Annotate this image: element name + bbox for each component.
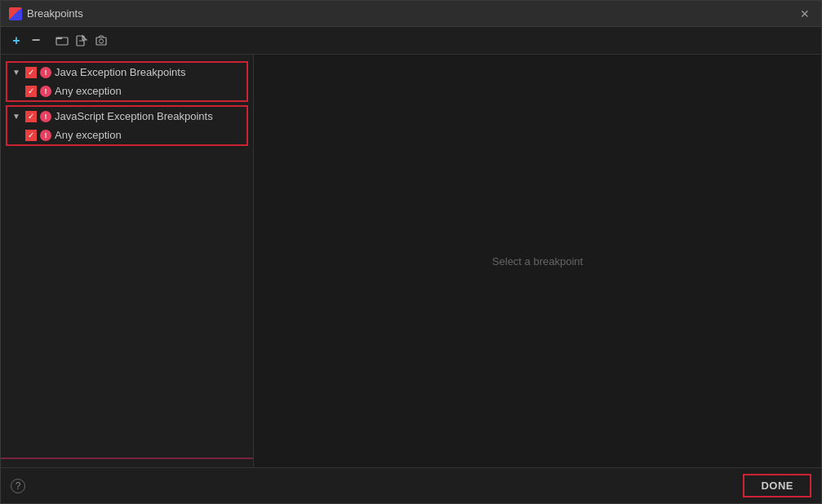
js-group-row[interactable]: ▼ JavaScript Exception Breakpoints	[7, 107, 247, 126]
left-panel: ▼ Java Exception Breakpoints Any excepti…	[1, 55, 254, 467]
js-any-exception-icon	[40, 130, 51, 141]
svg-point-4	[100, 39, 104, 43]
js-chevron: ▼	[12, 112, 22, 121]
js-any-exception-label: Any exception	[55, 129, 122, 141]
js-group: ▼ JavaScript Exception Breakpoints Any e…	[6, 105, 248, 146]
content-area: ▼ Java Exception Breakpoints Any excepti…	[1, 55, 821, 467]
js-any-checkbox[interactable]	[25, 130, 37, 141]
add-breakpoint-button[interactable]: +	[7, 32, 25, 50]
dialog-title: Breakpoints	[27, 7, 83, 20]
java-any-exception-icon	[40, 86, 51, 97]
remove-breakpoint-button[interactable]: −	[27, 32, 45, 50]
title-bar-left: Breakpoints	[9, 7, 83, 20]
footer: ? DONE	[1, 467, 821, 503]
js-group-checkbox[interactable]	[25, 111, 37, 122]
toolbar: + −	[1, 27, 821, 55]
java-any-exception-label: Any exception	[55, 85, 122, 97]
js-exception-icon	[40, 111, 51, 122]
breakpoints-title-icon	[9, 7, 22, 20]
java-any-checkbox[interactable]	[25, 86, 37, 97]
js-any-exception-row[interactable]: Any exception	[7, 126, 247, 144]
title-bar: Breakpoints ✕	[1, 1, 821, 27]
svg-rect-3	[96, 38, 106, 45]
select-breakpoint-placeholder: Select a breakpoint	[492, 255, 583, 267]
java-group-checkbox[interactable]	[25, 67, 37, 78]
done-button[interactable]: DONE	[743, 474, 811, 497]
js-group-label: JavaScript Exception Breakpoints	[55, 110, 213, 122]
java-chevron: ▼	[12, 68, 22, 77]
help-button[interactable]: ?	[11, 479, 25, 493]
java-exception-icon	[40, 67, 51, 78]
java-group-label: Java Exception Breakpoints	[55, 66, 185, 78]
tree-area: ▼ Java Exception Breakpoints Any excepti…	[1, 55, 253, 458]
snapshot-icon-button[interactable]	[92, 32, 110, 50]
export-icon-button[interactable]	[73, 32, 91, 50]
java-any-exception-row[interactable]: Any exception	[7, 82, 247, 100]
right-panel: Select a breakpoint	[254, 55, 821, 467]
group-icon-button[interactable]	[53, 32, 71, 50]
close-button[interactable]: ✕	[797, 6, 813, 22]
java-group: ▼ Java Exception Breakpoints Any excepti…	[6, 61, 248, 102]
left-panel-bottom-bar	[1, 458, 253, 467]
java-group-row[interactable]: ▼ Java Exception Breakpoints	[7, 63, 247, 82]
breakpoints-dialog: Breakpoints ✕ + −	[0, 0, 822, 504]
